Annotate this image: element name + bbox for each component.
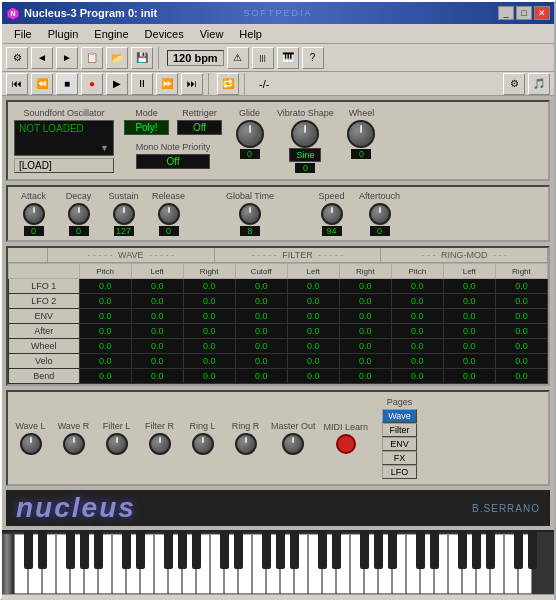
piano-black-key[interactable]: [360, 532, 369, 569]
transport-rewind[interactable]: ⏪: [31, 73, 53, 95]
wheel-knob[interactable]: [347, 120, 375, 148]
matrix-lfo2-6[interactable]: 0.0: [391, 294, 443, 309]
matrix-lfo1-0[interactable]: 0.0: [79, 279, 131, 294]
piano-black-key[interactable]: [24, 532, 33, 569]
minimize-button[interactable]: _: [498, 6, 514, 20]
transport-stop[interactable]: ■: [56, 73, 78, 95]
wave-l-knob[interactable]: [20, 433, 42, 455]
release-knob[interactable]: [158, 203, 180, 225]
close-button[interactable]: ✕: [534, 6, 550, 20]
menu-plugin[interactable]: Plugin: [40, 26, 87, 42]
ring-r-knob[interactable]: [235, 433, 257, 455]
tb-back[interactable]: ◄: [31, 47, 53, 69]
piano-black-key[interactable]: [262, 532, 271, 569]
tb-help[interactable]: ?: [302, 47, 324, 69]
transport-loop[interactable]: 🔁: [217, 73, 239, 95]
matrix-lfo2-2[interactable]: 0.0: [183, 294, 235, 309]
transport-pause[interactable]: ⏸: [131, 73, 153, 95]
piano-black-key[interactable]: [234, 532, 243, 569]
piano-black-key[interactable]: [290, 532, 299, 569]
tb-open[interactable]: 📂: [106, 47, 128, 69]
menu-engine[interactable]: Engine: [86, 26, 136, 42]
transport-settings[interactable]: ⚙: [503, 73, 525, 95]
mode-display[interactable]: Poly!: [124, 120, 169, 135]
tb-copy[interactable]: 📋: [81, 47, 103, 69]
page-fx[interactable]: FX: [382, 451, 417, 465]
piano-black-key[interactable]: [416, 532, 425, 569]
piano-black-key[interactable]: [374, 532, 383, 569]
transport-skip-back[interactable]: ⏮: [6, 73, 28, 95]
piano-black-key[interactable]: [318, 532, 327, 569]
piano-black-key[interactable]: [66, 532, 75, 569]
attack-knob[interactable]: [23, 203, 45, 225]
matrix-lfo1-8[interactable]: 0.0: [495, 279, 547, 294]
matrix-lfo1-4[interactable]: 0.0: [287, 279, 339, 294]
matrix-lfo1-2[interactable]: 0.0: [183, 279, 235, 294]
mono-note-display[interactable]: Off: [136, 154, 211, 169]
menu-devices[interactable]: Devices: [137, 26, 192, 42]
wave-r-knob[interactable]: [63, 433, 85, 455]
piano-black-key[interactable]: [514, 532, 523, 569]
transport-forward[interactable]: ⏩: [156, 73, 178, 95]
bpm-display[interactable]: 120 bpm: [167, 50, 224, 66]
matrix-lfo1-1[interactable]: 0.0: [131, 279, 183, 294]
matrix-lfo1-3[interactable]: 0.0: [235, 279, 287, 294]
vibrato-knob[interactable]: [291, 120, 319, 148]
tb-piano[interactable]: 🎹: [277, 47, 299, 69]
decay-knob[interactable]: [68, 203, 90, 225]
menu-file[interactable]: File: [6, 26, 40, 42]
glide-knob[interactable]: [236, 120, 264, 148]
matrix-lfo2-4[interactable]: 0.0: [287, 294, 339, 309]
aftertouch-knob[interactable]: [369, 203, 391, 225]
piano-black-key[interactable]: [472, 532, 481, 569]
tb-eq[interactable]: |||: [252, 47, 274, 69]
transport-record[interactable]: ●: [81, 73, 103, 95]
piano-black-key[interactable]: [164, 532, 173, 569]
speed-knob[interactable]: [321, 203, 343, 225]
matrix-lfo2-3[interactable]: 0.0: [235, 294, 287, 309]
piano-black-key[interactable]: [528, 532, 537, 569]
piano-black-key[interactable]: [94, 532, 103, 569]
rettriger-display[interactable]: Off: [177, 120, 222, 135]
matrix-lfo1-6[interactable]: 0.0: [391, 279, 443, 294]
matrix-lfo2-0[interactable]: 0.0: [79, 294, 131, 309]
tb-warn[interactable]: ⚠: [227, 47, 249, 69]
global-time-knob[interactable]: [239, 203, 261, 225]
matrix-lfo2-1[interactable]: 0.0: [131, 294, 183, 309]
menu-view[interactable]: View: [192, 26, 232, 42]
piano-black-key[interactable]: [192, 532, 201, 569]
piano-black-key[interactable]: [38, 532, 47, 569]
pitch-strip[interactable]: [2, 534, 12, 594]
tb-forward[interactable]: ►: [56, 47, 78, 69]
piano-black-key[interactable]: [276, 532, 285, 569]
tb-icon-1[interactable]: ⚙: [6, 47, 28, 69]
piano-black-key[interactable]: [332, 532, 341, 569]
page-env[interactable]: ENV: [382, 437, 417, 451]
transport-midi[interactable]: 🎵: [528, 73, 550, 95]
piano-keyboard[interactable]: // Draw piano keys const kb = document.g…: [2, 530, 554, 594]
matrix-lfo1-5[interactable]: 0.0: [339, 279, 391, 294]
filter-l-knob[interactable]: [106, 433, 128, 455]
sustain-knob[interactable]: [113, 203, 135, 225]
matrix-lfo2-8[interactable]: 0.0: [495, 294, 547, 309]
transport-skip-forward[interactable]: ⏭: [181, 73, 203, 95]
matrix-lfo2-5[interactable]: 0.0: [339, 294, 391, 309]
piano-black-key[interactable]: [136, 532, 145, 569]
maximize-button[interactable]: □: [516, 6, 532, 20]
piano-black-key[interactable]: [178, 532, 187, 569]
page-wave[interactable]: Wave: [382, 409, 417, 423]
ring-l-knob[interactable]: [192, 433, 214, 455]
piano-black-key[interactable]: [220, 532, 229, 569]
piano-black-key[interactable]: [80, 532, 89, 569]
matrix-lfo2-7[interactable]: 0.0: [443, 294, 495, 309]
menu-help[interactable]: Help: [231, 26, 270, 42]
matrix-lfo1-7[interactable]: 0.0: [443, 279, 495, 294]
tb-save[interactable]: 💾: [131, 47, 153, 69]
piano-black-key[interactable]: [486, 532, 495, 569]
piano-black-key[interactable]: [122, 532, 131, 569]
master-out-knob[interactable]: [282, 433, 304, 455]
midi-learn-button[interactable]: [336, 434, 356, 454]
piano-black-key[interactable]: [430, 532, 439, 569]
piano-black-key[interactable]: [388, 532, 397, 569]
piano-black-key[interactable]: [458, 532, 467, 569]
